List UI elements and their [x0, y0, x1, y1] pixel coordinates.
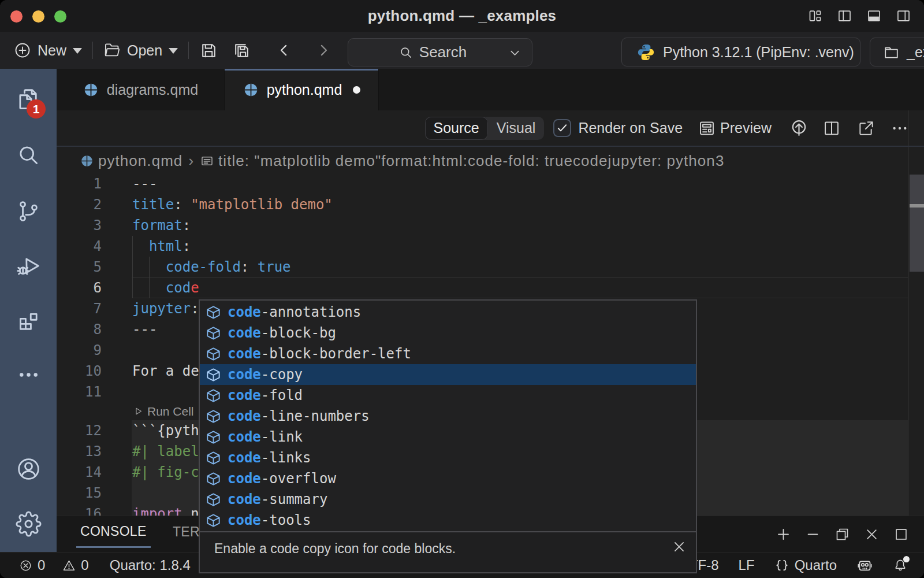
preview-label[interactable]: Preview: [720, 120, 772, 136]
editor-action-bar: Source Visual Render on Save Preview: [57, 110, 924, 147]
split-editor-icon[interactable]: [822, 119, 841, 138]
interpreter-selector[interactable]: Python 3.12.1 (PipEnv: .venv): [621, 38, 860, 66]
preview-icon[interactable]: [698, 119, 716, 138]
customize-layout-icon[interactable]: [807, 8, 823, 24]
suggest-item-code-copy[interactable]: code-copy: [200, 364, 696, 385]
search-chevron-down-icon[interactable]: [508, 46, 521, 60]
ellipsis-icon: [16, 362, 42, 388]
suggest-item-code-summary[interactable]: code-summary: [200, 489, 696, 510]
sidebar-item-more[interactable]: [0, 356, 57, 393]
quarto-icon: [83, 81, 99, 98]
close-panel-icon[interactable]: [864, 527, 880, 542]
quarto-version-status[interactable]: Quarto: 1.8.4: [110, 557, 191, 573]
scrollbar-cursor-marker: [910, 204, 924, 208]
save-button[interactable]: [199, 41, 218, 60]
suggest-item-code-tools[interactable]: code-tools: [200, 510, 696, 531]
breadcrumb-symbol[interactable]: title: "matplotlib demo"format:html:code…: [218, 152, 724, 170]
line-number: 15: [57, 483, 102, 503]
more-actions-icon[interactable]: [891, 119, 909, 138]
suggest-item-code-line-numbers[interactable]: code-line-numbers: [200, 406, 696, 427]
code-line-3[interactable]: format:: [132, 215, 191, 236]
assistant-robot-icon[interactable]: [856, 557, 873, 574]
minimize-panel-icon[interactable]: [805, 527, 821, 542]
save-all-button[interactable]: [232, 41, 251, 60]
render-document-icon[interactable]: [789, 118, 809, 138]
line-number: 2: [57, 194, 102, 215]
editor-tabs: diagrams.qmd python.qmd: [57, 69, 924, 110]
tab-python-qmd[interactable]: python.qmd: [225, 69, 379, 110]
code-line-5[interactable]: code-fold: true: [132, 257, 291, 277]
suggest-item-code-fold[interactable]: code-fold: [200, 385, 696, 406]
sidebar-item-account[interactable]: [0, 450, 57, 487]
sidebar-item-run-debug[interactable]: [0, 248, 57, 285]
symbol-cube-icon: [205, 387, 222, 404]
navigate-forward-button[interactable]: [315, 42, 332, 59]
check-icon: [556, 121, 569, 135]
line-number: 4: [57, 236, 102, 257]
line-number: 12: [57, 420, 102, 441]
new-label: New: [38, 42, 66, 59]
line-number: 9: [57, 340, 102, 361]
suggest-item-code-annotations[interactable]: code-annotations: [200, 302, 696, 323]
source-mode-button[interactable]: Source: [425, 117, 488, 140]
toggle-sidebar-icon[interactable]: [837, 8, 852, 24]
sidebar-item-settings[interactable]: [0, 505, 57, 542]
suggest-item-code-link[interactable]: code-link: [200, 427, 696, 447]
language-label: Quarto: [795, 557, 837, 573]
maximize-panel-icon[interactable]: [893, 527, 909, 542]
navigate-back-button[interactable]: [275, 42, 293, 59]
render-on-save-label: Render on Save: [578, 120, 683, 136]
search-box[interactable]: Search: [348, 38, 532, 66]
sidebar-item-source-control[interactable]: [0, 192, 57, 229]
notification-dot: [903, 556, 910, 562]
run-cell-code-lens[interactable]: Run Cell: [133, 402, 194, 420]
open-folder-icon: [103, 42, 121, 59]
chevron-left-icon: [275, 42, 293, 59]
symbol-cube-icon: [205, 304, 222, 321]
modified-dot[interactable]: [353, 86, 360, 94]
notifications-bell[interactable]: [893, 558, 908, 573]
close-icon[interactable]: [672, 539, 687, 554]
current-line-highlight: [132, 277, 908, 298]
toggle-panel-icon[interactable]: [866, 8, 882, 24]
toggle-secondary-sidebar-icon[interactable]: [896, 8, 911, 24]
editor-scrollbar[interactable]: [910, 175, 924, 272]
code-line-6[interactable]: code: [132, 277, 199, 298]
workspace-selector[interactable]: _examples: [870, 38, 924, 66]
tab-console[interactable]: CONSOLE: [76, 516, 151, 548]
open-dropdown-caret: [169, 48, 178, 54]
eol-status[interactable]: LF: [739, 557, 755, 573]
symbol-cube-icon: [205, 346, 222, 362]
problems-status[interactable]: 0 0: [19, 557, 89, 573]
language-mode-status[interactable]: Quarto: [774, 557, 837, 573]
line-number: 1: [57, 173, 102, 194]
code-line-4[interactable]: html:: [132, 236, 191, 257]
search-icon: [16, 142, 42, 168]
sidebar-item-extensions[interactable]: [0, 302, 57, 339]
open-external-icon[interactable]: [857, 119, 875, 138]
restore-panel-icon[interactable]: [834, 527, 850, 542]
sidebar-item-explorer[interactable]: 1: [0, 80, 57, 117]
render-on-save-checkbox[interactable]: [553, 119, 571, 137]
tab-label: diagrams.qmd: [107, 81, 198, 98]
suggest-item-code-links[interactable]: code-links: [200, 447, 696, 468]
code-line-8[interactable]: ---: [132, 319, 157, 340]
code-line-1[interactable]: ---: [132, 173, 157, 194]
suggest-item-code-overflow[interactable]: code-overflow: [200, 468, 696, 489]
code-line-2[interactable]: title: "matplotlib demo": [132, 194, 333, 215]
line-number: 7: [57, 298, 102, 319]
sidebar-item-search[interactable]: [0, 136, 57, 173]
visual-mode-button[interactable]: Visual: [488, 117, 545, 140]
open-button[interactable]: Open: [103, 42, 178, 59]
new-button[interactable]: New: [14, 42, 82, 59]
error-icon: [19, 559, 32, 572]
error-count: 0: [38, 557, 45, 573]
breadcrumb-file[interactable]: python.qmd: [98, 152, 182, 170]
line-number: 3: [57, 215, 102, 236]
braces-icon: [774, 558, 789, 573]
new-console-plus-icon[interactable]: [776, 527, 791, 542]
suggest-item-code-block-bg[interactable]: code-block-bg: [200, 323, 696, 343]
tab-diagrams-qmd[interactable]: diagrams.qmd: [57, 69, 225, 110]
extensions-icon: [16, 308, 42, 334]
suggest-item-code-block-border-left[interactable]: code-block-border-left: [200, 343, 696, 364]
